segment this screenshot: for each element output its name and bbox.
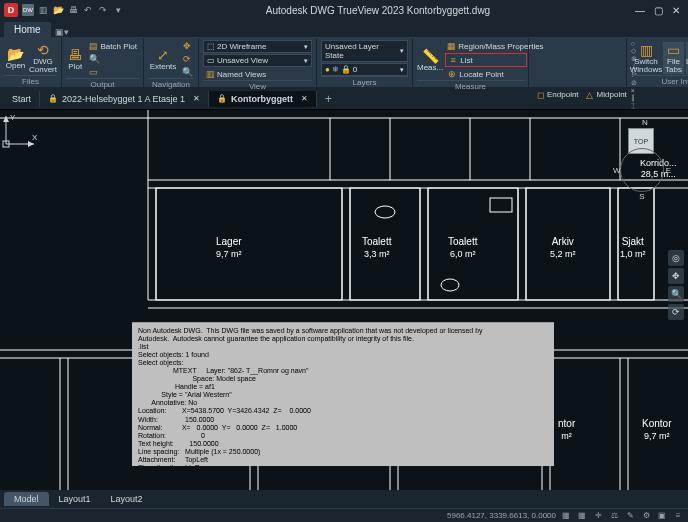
layer-state-dropdown[interactable]: Unsaved Layer State: [321, 40, 408, 62]
qat-dwg-badge[interactable]: DW: [22, 4, 34, 16]
maximize-button[interactable]: ▢: [650, 5, 666, 16]
model-space-button[interactable]: ▦: [560, 511, 572, 520]
region-properties-button[interactable]: ▦Region/Mass Properties: [445, 40, 527, 52]
compass-ring[interactable]: S E W: [620, 148, 664, 192]
compass-n: N: [642, 118, 648, 127]
customize-icon[interactable]: ≡: [672, 511, 684, 520]
plot-icon[interactable]: 🖶: [67, 4, 79, 16]
status-coords: 5966.4127, 3339.6613, 0.0000: [447, 511, 556, 520]
svg-rect-22: [618, 188, 654, 300]
qat-dropdown-icon[interactable]: ▾: [112, 4, 124, 16]
fullscreen-icon[interactable]: ▣: [656, 511, 668, 520]
compass-w: W: [613, 166, 621, 175]
preview-button[interactable]: 🔍: [87, 53, 139, 65]
ucs-icon: X Y: [0, 110, 40, 150]
orbit-icon: ⟳: [182, 54, 192, 64]
panel-user-interface: ▥Switch Windows ▭File Tabs ▤Layout Tabs …: [627, 38, 688, 87]
midpoint-button[interactable]: △Midpoint: [583, 89, 629, 101]
svg-rect-10: [350, 188, 420, 300]
extents-button[interactable]: ⤢Extents: [148, 47, 178, 71]
named-views-button[interactable]: ▥Named Views: [203, 68, 312, 80]
zoom-extents-icon[interactable]: 🔍: [668, 286, 684, 302]
undo-icon[interactable]: ↶: [82, 4, 94, 16]
new-icon[interactable]: ▥: [37, 4, 49, 16]
visual-style-dropdown[interactable]: ⬚2D Wireframe: [203, 40, 312, 53]
svg-point-15: [441, 279, 459, 291]
convert-icon: ⟲: [37, 42, 49, 58]
window-title: Autodesk DWG TrueView 2023 Kontorbyggett…: [124, 5, 632, 16]
file-tabs-button[interactable]: ▭File Tabs: [663, 42, 684, 74]
panel-navigation: ⤢Extents ✥ ⟳ 🔍 Navigation: [144, 38, 199, 87]
scale-icon[interactable]: ⚖: [608, 511, 620, 520]
midpoint-icon: △: [585, 90, 595, 100]
close-tab-icon[interactable]: ✕: [193, 94, 200, 103]
quick-access-toolbar: DW ▥ 📂 🖶 ↶ ↷ ▾: [22, 4, 124, 16]
windows-icon: ▥: [640, 42, 653, 58]
file-tab-start[interactable]: Start: [4, 91, 40, 107]
layout-tab-model[interactable]: Model: [4, 492, 49, 506]
panel-object-snap: ◻Endpoint △Midpoint ○ ◇ ⊗ ⊥ 🏳 ⊘ × ∥ ⌶ ⬚ …: [529, 38, 627, 87]
dwg-convert-button[interactable]: ⟲DWG Convert: [29, 42, 57, 74]
named-views-icon: ▥: [205, 69, 215, 79]
switch-windows-button[interactable]: ▥Switch Windows: [631, 42, 661, 74]
layer-dropdown[interactable]: ●❄🔒0: [321, 63, 408, 76]
file-tab-1[interactable]: 🔒2022-Helsebygget 1 A Etasje 1✕: [40, 91, 209, 107]
minimize-button[interactable]: —: [632, 5, 648, 16]
folder-open-icon: 📂: [7, 46, 24, 62]
printer-icon: 🖶: [68, 47, 82, 63]
close-tab-icon[interactable]: ✕: [301, 94, 308, 103]
steering-wheel-icon[interactable]: ◎: [668, 250, 684, 266]
file-tab-2[interactable]: 🔒Kontorbyggett✕: [209, 91, 317, 107]
snap-toggle-icon[interactable]: ✛: [592, 511, 604, 520]
lock-icon: 🔒: [48, 94, 58, 103]
open-icon[interactable]: 📂: [52, 4, 64, 16]
measure-button[interactable]: 📏Meas...: [417, 48, 443, 72]
svg-rect-7: [156, 188, 342, 300]
panel-label-ui: User Interface: [631, 75, 688, 87]
ribbon-tabstrip: Home ▣▾: [0, 20, 688, 38]
zoom-button[interactable]: 🔍: [180, 66, 194, 78]
pan-tool-icon[interactable]: ✥: [668, 268, 684, 284]
preview-icon: 🔍: [89, 54, 99, 64]
annotation-icon[interactable]: ✎: [624, 511, 636, 520]
panel-label-navigation: Navigation: [148, 78, 194, 90]
close-button[interactable]: ✕: [668, 5, 684, 16]
panel-layers: Unsaved Layer State ●❄🔒0 Layers: [317, 38, 413, 87]
endpoint-button[interactable]: ◻Endpoint: [533, 89, 581, 101]
ruler-icon: 📏: [422, 48, 439, 64]
svg-marker-48: [3, 116, 9, 122]
drawing-canvas[interactable]: Lager9,7 m² Toalett3,3 m² Toalett6,0 m² …: [0, 110, 688, 490]
svg-point-11: [375, 206, 395, 218]
layout-tab-2[interactable]: Layout2: [101, 492, 153, 506]
open-button[interactable]: 📂Open: [4, 46, 27, 70]
pan-button[interactable]: ✥: [180, 40, 194, 52]
grid-toggle-icon[interactable]: ▦: [576, 511, 588, 520]
ribbon: 📂Open ⟲DWG Convert Files 🖶Plot ▤Batch Pl…: [0, 38, 688, 88]
command-text-window[interactable]: Non Autodesk DWG. This DWG file was save…: [132, 322, 554, 466]
orbit-tool-icon[interactable]: ⟳: [668, 304, 684, 320]
ribbon-minimize-icon[interactable]: ▣▾: [55, 27, 67, 37]
add-tab-button[interactable]: +: [317, 89, 340, 109]
orbit-button[interactable]: ⟳: [180, 53, 194, 65]
panel-label-layers: Layers: [321, 76, 408, 88]
named-view-dropdown[interactable]: ▭Unsaved View: [203, 54, 312, 67]
workspace-icon[interactable]: ⚙: [640, 511, 652, 520]
redo-icon[interactable]: ↷: [97, 4, 109, 16]
ucs-x-label: X: [32, 133, 38, 142]
endpoint-icon: ◻: [535, 90, 545, 100]
lightbulb-icon: ●: [325, 65, 330, 74]
panel-label-files: Files: [4, 75, 57, 87]
page-setup-button[interactable]: ▭: [87, 66, 139, 78]
freeze-icon: ❄: [332, 65, 339, 74]
locate-icon: ⊕: [447, 69, 457, 79]
layout-tab-1[interactable]: Layout1: [49, 492, 101, 506]
locate-point-button[interactable]: ⊕Locate Point: [445, 68, 527, 80]
batch-plot-button[interactable]: ▤Batch Plot: [87, 40, 139, 52]
list-button[interactable]: ≡List: [445, 53, 527, 67]
svg-rect-19: [526, 188, 610, 300]
panel-label-output: Output: [66, 78, 139, 90]
view-cube[interactable]: N TOP S E W: [620, 128, 670, 188]
pan-icon: ✥: [182, 41, 192, 51]
plot-button[interactable]: 🖶Plot: [66, 47, 85, 71]
tab-home[interactable]: Home: [4, 22, 51, 37]
